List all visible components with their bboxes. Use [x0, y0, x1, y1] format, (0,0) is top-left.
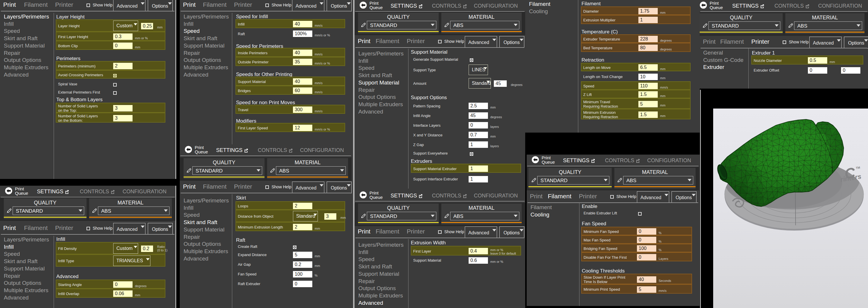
svg-text:TM: TM	[856, 166, 860, 170]
